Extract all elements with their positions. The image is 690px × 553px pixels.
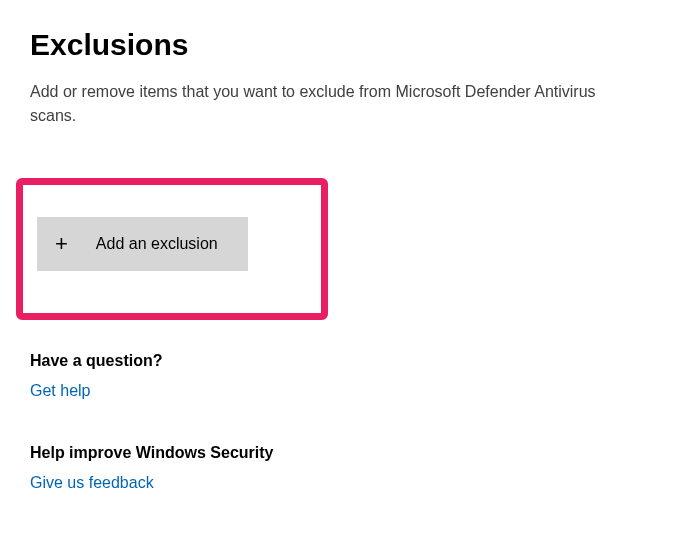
page-description: Add or remove items that you want to exc…: [30, 80, 640, 128]
help-section: Have a question? Get help: [30, 352, 660, 400]
feedback-heading: Help improve Windows Security: [30, 444, 660, 462]
feedback-section: Help improve Windows Security Give us fe…: [30, 444, 660, 492]
help-heading: Have a question?: [30, 352, 660, 370]
get-help-link[interactable]: Get help: [30, 382, 90, 400]
add-exclusion-button[interactable]: + Add an exclusion: [37, 217, 248, 271]
page-title: Exclusions: [30, 28, 660, 62]
add-exclusion-label: Add an exclusion: [96, 235, 218, 253]
plus-icon: +: [55, 233, 68, 255]
exclusions-page: Exclusions Add or remove items that you …: [0, 0, 690, 492]
give-feedback-link[interactable]: Give us feedback: [30, 474, 154, 492]
highlight-frame: + Add an exclusion: [16, 178, 328, 320]
